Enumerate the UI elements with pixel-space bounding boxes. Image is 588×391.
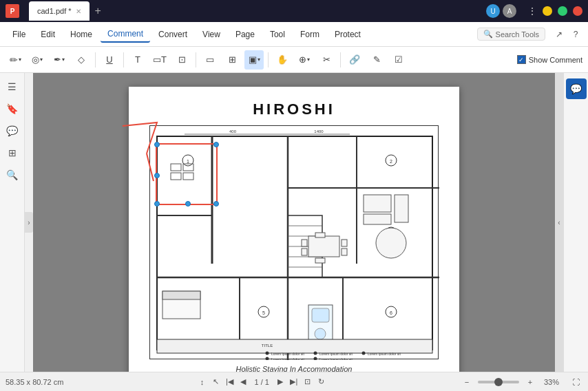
active-tab[interactable]: cad1.pdf * ✕ — [29, 1, 90, 21]
pen-group-button[interactable]: ✏ ▾ — [6, 50, 25, 70]
fullscreen-button[interactable]: ⛶ — [569, 375, 582, 389]
menu-home[interactable]: Home — [63, 27, 99, 42]
canvas-area[interactable]: HIROSHI 400 1400 — [33, 73, 555, 372]
page-navigation: ↕ ↖ |◀ ◀ 1 / 1 ▶ ▶| ⊡ ↻ — [69, 375, 454, 389]
zoom-slider[interactable] — [478, 381, 519, 383]
close-button[interactable] — [573, 6, 582, 16]
minimize-button[interactable] — [543, 6, 552, 16]
add-button[interactable]: ⊕ ▾ — [295, 50, 314, 70]
share-button[interactable]: ↗ — [552, 28, 566, 41]
form-button[interactable]: ☑ — [389, 50, 408, 70]
pdf-page: HIROSHI 400 1400 — [129, 87, 459, 372]
title-bar-left: P cad1.pdf * ✕ + — [6, 1, 107, 21]
menu-view[interactable]: View — [196, 27, 227, 42]
cursor-tool-button[interactable]: ↕ — [195, 375, 209, 389]
layers-panel-button[interactable]: ⊞ — [4, 145, 21, 161]
menu-comment[interactable]: Comment — [101, 26, 150, 43]
svg-point-56 — [314, 352, 317, 355]
text-button[interactable]: T — [128, 50, 147, 70]
tab-close-button[interactable]: ✕ — [76, 8, 81, 15]
more-options-button[interactable]: ⋮ — [527, 6, 537, 17]
svg-rect-51 — [162, 291, 200, 299]
svg-text:Lorem ipsum dolor sit: Lorem ipsum dolor sit — [271, 357, 304, 360]
menu-file[interactable]: File — [6, 27, 32, 42]
fit-page-button[interactable]: ⊡ — [301, 375, 315, 389]
rect-button[interactable]: ▭ — [200, 50, 220, 70]
form-icon: ☑ — [395, 54, 403, 65]
hand-button[interactable]: ✋ — [273, 50, 292, 70]
main-layout: ☰ 🔖 💬 ⊞ 🔍 › HIROSHI — [0, 73, 588, 372]
prev-page-button[interactable]: ◀ — [236, 375, 250, 389]
scissors-button[interactable]: ✂ — [317, 50, 336, 70]
help-button[interactable]: ? — [569, 28, 582, 41]
erase-button[interactable]: ◇ — [72, 50, 91, 70]
search-tools[interactable]: 🔍 Search Tools — [477, 28, 545, 41]
comment-sidebar-button[interactable]: 💬 — [566, 78, 587, 99]
left-panel-collapse[interactable]: › — [25, 212, 33, 233]
comment-panel-button[interactable]: 💬 — [4, 123, 21, 139]
highlight-group-button[interactable]: ✒ ▾ — [50, 50, 69, 70]
new-tab-button[interactable]: + — [90, 1, 107, 21]
pen-icon: ✏ — [10, 54, 18, 65]
search-icon: 🔍 — [6, 169, 18, 180]
hand-icon: ✋ — [277, 54, 288, 65]
search-icon: 🔍 — [483, 30, 493, 39]
svg-rect-48 — [312, 308, 329, 322]
svg-text:1: 1 — [187, 159, 189, 164]
callout-button[interactable]: ⊡ — [172, 50, 191, 70]
underline-button[interactable]: U — [100, 50, 119, 70]
thumbnail-panel-button[interactable]: ☰ — [4, 78, 21, 95]
textbox-icon: ▭T — [153, 54, 167, 65]
stamp-dropdown-icon: ▾ — [40, 56, 43, 63]
rect-icon: ▭ — [206, 54, 214, 65]
right-panel-collapse[interactable]: ‹ — [555, 73, 563, 372]
search-panel-button[interactable]: 🔍 — [4, 167, 21, 183]
highlight-dropdown-icon: ▾ — [62, 56, 65, 63]
link-button[interactable]: 🔗 — [345, 50, 364, 70]
first-page-button[interactable]: |◀ — [222, 375, 236, 389]
maximize-button[interactable] — [558, 6, 567, 16]
textbox-button[interactable]: ▭T — [150, 50, 169, 70]
app-icon: P — [6, 4, 19, 18]
menu-protect[interactable]: Protect — [328, 27, 368, 42]
last-page-button[interactable]: ▶| — [287, 375, 301, 389]
highlight-icon: ✒ — [54, 54, 61, 65]
status-bar-left: 58.35 x 80.72 cm — [6, 378, 63, 386]
separator-5 — [340, 52, 341, 67]
underline-icon: U — [106, 54, 112, 65]
page-indicator: 1 / 1 — [254, 378, 269, 386]
bookmark-panel-button[interactable]: 🔖 — [4, 101, 21, 117]
zoom-controls: − + 33% ⛶ — [460, 375, 582, 389]
title-bar: P cad1.pdf * ✕ + U A ⋮ — [0, 0, 588, 22]
svg-point-54 — [266, 352, 269, 355]
stamp-group-button[interactable]: ◎ ▾ — [28, 50, 47, 70]
menu-edit[interactable]: Edit — [34, 27, 62, 42]
thumbnail-icon: ☰ — [8, 81, 17, 92]
measure-button[interactable]: ▣ ▾ — [244, 50, 264, 70]
separator-2 — [123, 52, 124, 67]
svg-rect-44 — [342, 249, 347, 255]
add-icon: ⊕ — [299, 54, 306, 65]
text-icon: T — [135, 54, 140, 65]
sign-button[interactable]: ✎ — [367, 50, 386, 70]
svg-rect-43 — [342, 240, 347, 246]
rotate-button[interactable]: ↻ — [315, 375, 328, 389]
zoom-in-button[interactable]: + — [523, 375, 537, 389]
zoom-thumb[interactable] — [494, 378, 503, 386]
menu-convert[interactable]: Convert — [151, 27, 194, 42]
next-page-button[interactable]: ▶ — [273, 375, 287, 389]
menu-form[interactable]: Form — [293, 27, 326, 42]
menu-page[interactable]: Page — [229, 27, 262, 42]
show-comment-checkbox[interactable] — [517, 55, 526, 64]
select-tool-button[interactable]: ↖ — [209, 375, 222, 389]
status-bar: 58.35 x 80.72 cm ↕ ↖ |◀ ◀ 1 / 1 ▶ ▶| ⊡ ↻… — [0, 372, 588, 391]
sign-icon: ✎ — [373, 54, 381, 65]
show-comment-label: Show Comment — [529, 56, 582, 64]
comment-icon: 💬 — [6, 125, 18, 136]
menu-tool[interactable]: Tool — [263, 27, 292, 42]
area-button[interactable]: ⊞ — [222, 50, 242, 70]
svg-text:1400: 1400 — [314, 129, 324, 134]
pdf-title: HIROSHI — [253, 101, 335, 118]
zoom-out-button[interactable]: − — [460, 375, 474, 389]
show-comment-toggle[interactable]: Show Comment — [517, 55, 582, 64]
